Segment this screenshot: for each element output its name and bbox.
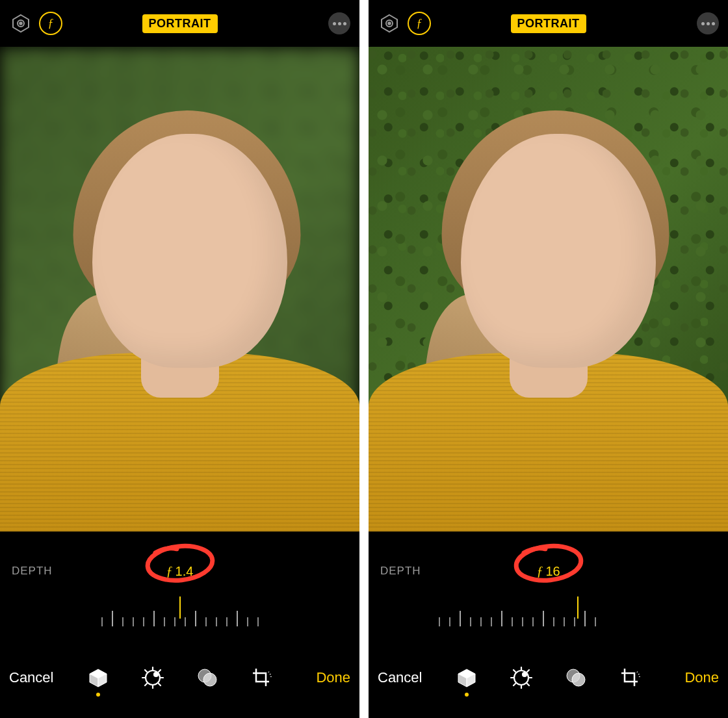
depth-slider[interactable]	[369, 596, 728, 642]
depth-slider[interactable]	[0, 596, 359, 642]
cancel-button[interactable]: Cancel	[9, 669, 53, 686]
slider-indicator	[179, 596, 181, 619]
portrait-subject	[0, 134, 359, 532]
bottom-toolbar: Cancel Done	[0, 642, 359, 713]
svg-line-14	[159, 684, 161, 686]
more-options-icon[interactable]	[328, 12, 350, 34]
filters-tool-icon[interactable]	[194, 667, 221, 689]
adjust-dial-tool-icon[interactable]	[139, 667, 166, 689]
lighting-cube-tool-icon[interactable]	[453, 667, 480, 689]
svg-line-34	[514, 684, 515, 686]
aperture-value: ƒ16	[536, 564, 560, 579]
lighting-hex-icon[interactable]	[378, 12, 401, 35]
filters-tool-icon[interactable]	[562, 667, 590, 689]
lighting-cube-tool-icon[interactable]	[84, 667, 112, 689]
depth-label: DEPTH	[380, 565, 421, 578]
f-glyph: ƒ	[536, 564, 543, 578]
f-number: 16	[545, 564, 560, 578]
f-glyph: ƒ	[166, 564, 173, 578]
svg-point-2	[20, 22, 22, 25]
lighting-hex-icon[interactable]	[9, 12, 32, 35]
more-options-icon[interactable]	[697, 12, 719, 34]
svg-line-35	[527, 670, 529, 672]
slider-ticks	[439, 596, 596, 626]
side-by-side-container: ƒ PORTRAIT DEPTH ƒ1.4	[0, 0, 728, 718]
photo-preview[interactable]	[0, 47, 359, 532]
top-bar: ƒ PORTRAIT	[369, 0, 728, 47]
crop-tool-icon[interactable]	[617, 667, 644, 689]
svg-point-18	[203, 673, 216, 686]
svg-line-33	[527, 684, 529, 686]
aperture-f-icon[interactable]: ƒ	[408, 12, 431, 35]
selected-dot-icon	[96, 693, 100, 697]
depth-label: DEPTH	[12, 565, 53, 578]
editor-pane-left: ƒ PORTRAIT DEPTH ƒ1.4	[0, 0, 359, 718]
depth-value-row: DEPTH ƒ1.4	[0, 532, 359, 596]
aperture-value: ƒ1.4	[166, 564, 194, 579]
portrait-mode-badge[interactable]: PORTRAIT	[142, 14, 218, 33]
svg-point-27	[523, 673, 526, 676]
editor-pane-right: ƒ PORTRAIT DEPTH ƒ16	[369, 0, 728, 718]
crop-tool-icon[interactable]	[248, 667, 276, 689]
cancel-button[interactable]: Cancel	[378, 669, 422, 686]
top-bar: ƒ PORTRAIT	[0, 0, 359, 47]
svg-line-16	[159, 670, 161, 672]
svg-point-21	[388, 22, 391, 25]
svg-point-37	[572, 673, 585, 686]
photo-preview[interactable]	[369, 47, 728, 532]
depth-value-row: DEPTH ƒ16	[369, 532, 728, 596]
f-number: 1.4	[176, 564, 194, 578]
aperture-f-icon[interactable]: ƒ	[39, 12, 62, 35]
svg-point-8	[154, 673, 158, 676]
svg-line-15	[145, 684, 147, 686]
done-button[interactable]: Done	[316, 669, 350, 686]
done-button[interactable]: Done	[684, 669, 719, 686]
selected-dot-icon	[465, 693, 469, 697]
portrait-mode-badge[interactable]: PORTRAIT	[511, 14, 586, 33]
svg-line-32	[514, 670, 515, 672]
svg-line-13	[145, 670, 147, 672]
bottom-toolbar: Cancel Done	[369, 642, 728, 713]
portrait-subject	[369, 134, 728, 532]
adjust-dial-tool-icon[interactable]	[508, 667, 535, 689]
